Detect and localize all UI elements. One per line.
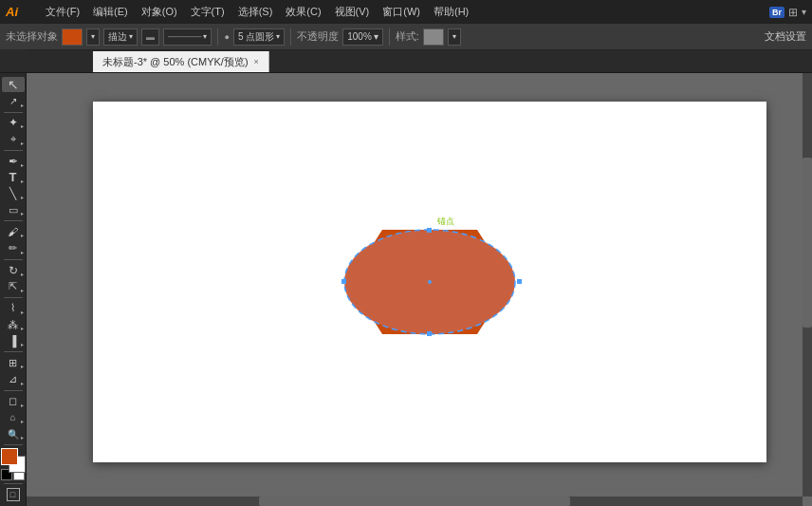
vertical-scrollbar[interactable] [803, 73, 812, 497]
tool-separator-6 [4, 351, 23, 352]
menu-file[interactable]: 文件(F) [40, 3, 85, 21]
fill-swatch[interactable] [1, 448, 18, 465]
type-icon: T [9, 170, 17, 184]
v-scroll-thumb[interactable] [803, 158, 812, 327]
arrow-indicator: ▸ [21, 402, 24, 408]
opacity-input[interactable]: 100% ▾ [342, 28, 383, 46]
arrow-indicator: ▸ [21, 418, 24, 424]
anchor-point-right [517, 279, 522, 284]
arrow-indicator: ▸ [21, 271, 24, 277]
opacity-value: 100% [347, 31, 372, 42]
lasso-tool[interactable]: ⌖ ▸ [2, 131, 25, 146]
zoom-icon: 🔍 [8, 429, 19, 440]
style-dropdown[interactable]: ▾ [448, 28, 461, 46]
tool-separator-7 [4, 390, 23, 391]
doc-settings-button[interactable]: 文档设置 [765, 29, 806, 44]
document-tab[interactable]: 未标题-3* @ 50% (CMYK/预览) × [93, 51, 269, 72]
stroke-dropdown[interactable]: 描边 ▾ [103, 28, 138, 46]
brush-size-dropdown[interactable]: 5 点圆形 ▾ [233, 28, 285, 46]
menu-help[interactable]: 帮助(H) [428, 3, 474, 21]
arrow-indicator: ▸ [21, 161, 24, 168]
rotate-icon: ↻ [9, 264, 18, 277]
menu-edit[interactable]: 编辑(E) [87, 3, 134, 21]
shape-tool[interactable]: ▭ ▸ [2, 202, 25, 217]
selection-icon: ↖ [8, 77, 19, 92]
pen-icon: ✒ [9, 155, 18, 168]
arrow-indicator: ▸ [21, 309, 24, 315]
ai-logo: Ai [6, 5, 32, 19]
menu-object[interactable]: 对象(O) [136, 3, 183, 21]
pencil-tool[interactable]: ✏ ▸ [2, 240, 25, 255]
separator-3 [389, 28, 390, 46]
symbol-tool[interactable]: ⁂ ▸ [2, 317, 25, 332]
magic-wand-tool[interactable]: ✦ ▸ [2, 115, 25, 130]
arrow-indicator: ▸ [21, 380, 24, 386]
artboard-tool[interactable]: ⊞ ▸ [2, 355, 25, 370]
normal-mode-icon: □ [7, 488, 20, 501]
tab-close-button[interactable]: × [254, 57, 259, 66]
menu-view[interactable]: 视图(V) [329, 3, 376, 21]
menu-effect[interactable]: 效果(C) [280, 3, 326, 21]
arrow-indicator: ▸ [21, 363, 24, 369]
eraser-icon: ◻ [9, 395, 17, 407]
artwork-container: 锚点 [325, 201, 534, 363]
symbol-icon: ⁂ [8, 319, 18, 331]
lasso-icon: ⌖ [10, 133, 16, 145]
arrow-indicator: ▸ [21, 287, 24, 293]
rotate-tool[interactable]: ↻ ▸ [2, 262, 25, 277]
eyedropper-tool[interactable]: ⌂ ▸ [2, 410, 25, 425]
paintbrush-icon: 🖌 [8, 226, 18, 237]
warp-tool[interactable]: ⌇ ▸ [2, 301, 25, 316]
arrow-indicator: ▸ [21, 140, 24, 146]
chevron-down-icon[interactable]: ▾ [802, 7, 806, 17]
paintbrush-tool[interactable]: 🖌 ▸ [2, 224, 25, 239]
tool-separator-9 [4, 483, 23, 484]
arrow-indicator: ▸ [21, 194, 24, 200]
dot-indicator: ● [224, 32, 229, 42]
style-swatch[interactable] [423, 28, 444, 46]
line-tool[interactable]: ╲ ▸ [2, 186, 25, 201]
title-bar: Ai 文件(F) 编辑(E) 对象(O) 文字(T) 选择(S) 效果(C) 视… [0, 0, 812, 24]
h-scroll-thumb[interactable] [259, 497, 569, 506]
horizontal-scrollbar[interactable] [27, 497, 803, 506]
anchor-point-top [427, 228, 432, 233]
canvas-area[interactable]: 锚点 [27, 73, 812, 506]
tool-separator-1 [4, 112, 23, 113]
slice-icon: ⊿ [9, 373, 17, 385]
arrow-indicator: ▸ [21, 434, 24, 440]
warp-icon: ⌇ [10, 302, 15, 314]
no-selection-label: 未选择对象 [6, 29, 58, 44]
artboard-icon: ⊞ [9, 357, 17, 369]
pencil-icon: ✏ [9, 242, 17, 254]
fill-dropdown[interactable]: ▾ [86, 28, 100, 46]
stroke-width-dropdown[interactable]: ▬ [141, 28, 159, 46]
menu-window[interactable]: 窗口(W) [377, 3, 426, 21]
type-tool[interactable]: T ▸ [2, 170, 25, 185]
menu-select[interactable]: 选择(S) [232, 3, 279, 21]
scale-tool[interactable]: ⇱ ▸ [2, 279, 25, 294]
br-badge[interactable]: Br [769, 7, 784, 18]
separator-1 [217, 28, 218, 46]
direct-select-icon: ↗ [9, 96, 17, 106]
normal-mode-button[interactable]: □ [2, 487, 25, 502]
tool-separator-3 [4, 220, 23, 221]
slice-tool[interactable]: ⊿ ▸ [2, 371, 25, 386]
selection-tool[interactable]: ↖ [2, 77, 25, 92]
zoom-tool[interactable]: 🔍 ▸ [2, 426, 25, 441]
artboard: 锚点 [93, 102, 766, 462]
anchor-point-left [341, 279, 346, 284]
separator-2 [290, 28, 291, 46]
menu-type[interactable]: 文字(T) [185, 3, 231, 21]
tool-separator-2 [4, 150, 23, 151]
fill-color-swatch[interactable] [62, 28, 83, 46]
grid-icon[interactable]: ⊞ [788, 6, 798, 19]
artwork-svg: 锚点 [325, 201, 534, 363]
color-swatch-container [1, 448, 26, 466]
direct-selection-tool[interactable]: ↗ ▸ [2, 93, 25, 108]
pen-tool[interactable]: ✒ ▸ [2, 153, 25, 168]
style-label: 样式: [396, 29, 419, 44]
stroke-style-dropdown[interactable]: ───── ▾ [163, 28, 212, 46]
menu-bar: 文件(F) 编辑(E) 对象(O) 文字(T) 选择(S) 效果(C) 视图(V… [40, 3, 762, 21]
chart-tool[interactable]: ▐ ▸ [2, 333, 25, 348]
eraser-tool[interactable]: ◻ ▸ [2, 393, 25, 408]
